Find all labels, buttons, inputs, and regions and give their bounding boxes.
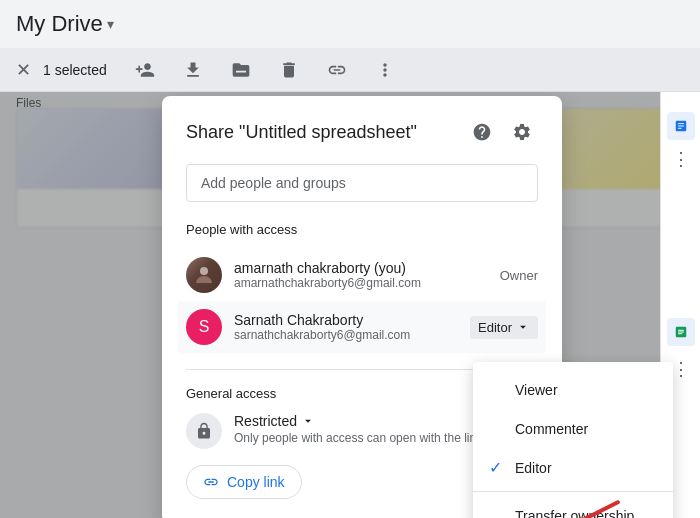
avatar-1 (186, 257, 222, 293)
move-button[interactable] (223, 52, 259, 88)
help-button[interactable] (466, 116, 498, 148)
person-row-1: amarnath chakraborty (you) amarnathchakr… (186, 249, 538, 301)
dialog-title: Share "Untitled spreadsheet" (186, 122, 417, 143)
person-1-email: amarnathchakraborty6@gmail.com (234, 276, 488, 290)
add-people-input[interactable]: Add people and groups (186, 164, 538, 202)
header-title: My Drive ▾ (16, 11, 114, 37)
svg-point-2 (200, 267, 208, 275)
more-button[interactable] (367, 52, 403, 88)
person-2-role-label: Editor (478, 320, 512, 335)
toolbar: ✕ 1 selected (0, 48, 700, 92)
svg-line-3 (576, 491, 618, 518)
access-type-label: Restricted (234, 413, 297, 429)
link-button[interactable] (319, 52, 355, 88)
editor-option[interactable]: ✓ Editor (473, 448, 673, 487)
person-1-info: amarnath chakraborty (you) amarnathchakr… (234, 260, 488, 290)
people-section-title: People with access (186, 222, 538, 237)
copy-link-button[interactable]: Copy link (186, 465, 302, 499)
header: My Drive ▾ (0, 0, 700, 48)
drive-dropdown-arrow[interactable]: ▾ (107, 16, 114, 32)
lock-icon (186, 413, 222, 449)
right-more-button-2[interactable]: ⋮ (672, 358, 690, 380)
commenter-label: Commenter (515, 421, 588, 437)
viewer-option[interactable]: ✓ Viewer (473, 370, 673, 409)
dialog-header: Share "Untitled spreadsheet" (186, 116, 538, 148)
person-2-role-button[interactable]: Editor (470, 316, 538, 339)
right-panel-icon-2 (667, 318, 695, 346)
avatar-2: S (186, 309, 222, 345)
person-1-role: Owner (500, 268, 538, 283)
person-2-email: sarnathchakraborty6@gmail.com (234, 328, 458, 342)
download-button[interactable] (175, 52, 211, 88)
selected-count: 1 selected (43, 62, 107, 78)
delete-button[interactable] (271, 52, 307, 88)
editor-label: Editor (515, 460, 552, 476)
right-more-button[interactable]: ⋮ (672, 148, 690, 170)
add-person-button[interactable] (127, 52, 163, 88)
person-2-info: Sarnath Chakraborty sarnathchakraborty6@… (234, 312, 458, 342)
commenter-option[interactable]: ✓ Commenter (473, 409, 673, 448)
person-1-name: amarnath chakraborty (you) (234, 260, 488, 276)
copy-link-label: Copy link (227, 474, 285, 490)
avatar-1-img (186, 257, 222, 293)
right-spreadsheet-icon (667, 318, 695, 346)
viewer-label: Viewer (515, 382, 558, 398)
drive-title: My Drive (16, 11, 103, 37)
main-content: Files ⋮ ⋮ (0, 92, 700, 518)
settings-button[interactable] (506, 116, 538, 148)
person-2-name: Sarnath Chakraborty (234, 312, 458, 328)
person-row-2: S Sarnath Chakraborty sarnathchakraborty… (178, 301, 546, 353)
close-button[interactable]: ✕ (16, 59, 31, 81)
editor-check-icon: ✓ (489, 458, 507, 477)
dialog-actions (466, 116, 538, 148)
right-panel-icon-1 (667, 112, 695, 140)
menu-divider (473, 491, 673, 492)
